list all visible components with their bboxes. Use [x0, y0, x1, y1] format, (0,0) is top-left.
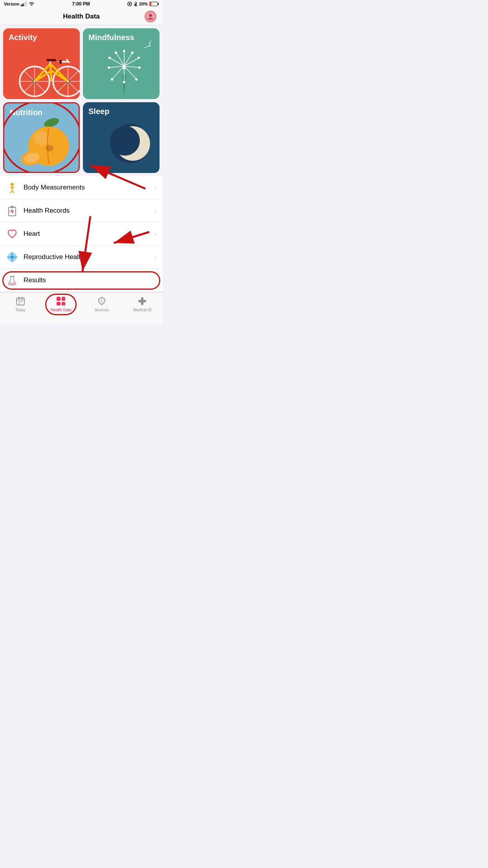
svg-rect-99: [138, 300, 146, 302]
svg-point-54: [149, 45, 150, 46]
grid-cell-3: [57, 302, 61, 306]
results-label: Results: [24, 276, 154, 284]
peach-illustration: [18, 117, 77, 168]
svg-point-52: [131, 51, 134, 54]
flask-icon: [7, 275, 18, 286]
tab-today[interactable]: Today: [0, 296, 41, 312]
mindfulness-card[interactable]: Mindfulness: [83, 28, 160, 99]
svg-rect-90: [17, 298, 24, 305]
svg-rect-3: [26, 2, 27, 6]
svg-point-5: [129, 3, 130, 5]
sources-icon: [97, 296, 107, 306]
tab-bar: Today Health Data: [0, 292, 163, 325]
today-tab-icon: [15, 296, 26, 307]
heart-icon: [7, 228, 18, 239]
heart-chevron: ›: [154, 231, 156, 237]
body-measurements-label: Body Measurements: [24, 184, 154, 191]
health-records-item[interactable]: Health Records ›: [0, 199, 163, 223]
reproductive-health-chevron: ›: [154, 254, 156, 260]
activity-card-label: Activity: [9, 33, 37, 42]
svg-rect-94: [18, 301, 20, 302]
moon-illustration: [108, 122, 152, 165]
status-bar: Verizon 7:00 PM: [0, 0, 163, 8]
reproductive-health-item[interactable]: Reproductive Health ›: [0, 246, 163, 269]
svg-point-83: [11, 256, 14, 259]
status-right: 20%: [127, 2, 159, 6]
results-icon-container: [6, 274, 18, 286]
svg-line-53: [144, 46, 150, 48]
sleep-card[interactable]: Sleep · · · · · · ·: [83, 102, 160, 173]
tab-medical-id[interactable]: Medical ID: [122, 296, 163, 312]
tab-health-data[interactable]: Health Data: [41, 296, 82, 312]
reproductive-health-label: Reproductive Health: [24, 253, 154, 261]
svg-point-49: [108, 66, 110, 69]
health-list-section: Body Measurements › Health Records ›: [0, 176, 163, 292]
nutrition-card[interactable]: Nutrition: [3, 102, 80, 173]
svg-rect-30: [46, 59, 56, 61]
svg-rect-7: [158, 3, 159, 5]
svg-point-63: [46, 145, 53, 151]
health-categories-grid: Activity: [0, 25, 163, 176]
activity-card[interactable]: Activity: [3, 28, 80, 99]
svg-point-51: [115, 51, 117, 54]
location-icon: [127, 2, 132, 6]
heart-label: Heart: [24, 230, 154, 238]
svg-point-47: [123, 81, 125, 83]
health-data-tab-icon: [55, 296, 66, 307]
svg-rect-2: [24, 2, 25, 6]
results-item[interactable]: Results ›: [0, 269, 163, 292]
sources-tab-label: Sources: [94, 308, 109, 312]
svg-rect-28: [59, 60, 62, 64]
medical-id-tab-label: Medical ID: [133, 308, 152, 312]
mindfulness-card-label: Mindfulness: [88, 33, 134, 42]
svg-rect-1: [22, 4, 24, 6]
heart-item[interactable]: Heart ›: [0, 223, 163, 246]
grid-cell-4: [62, 302, 66, 306]
wifi-icon: [29, 2, 35, 6]
signal-icon: [21, 2, 27, 6]
sleep-card-label: Sleep: [88, 107, 109, 116]
body-measurements-item[interactable]: Body Measurements ›: [0, 176, 163, 199]
today-tab-label: Today: [15, 308, 26, 312]
body-measurements-icon: [6, 182, 18, 193]
grid-cell-1: [57, 297, 61, 301]
results-wrapper: Results ›: [0, 269, 163, 292]
svg-line-71: [12, 191, 14, 193]
grid-icon: [57, 297, 65, 305]
status-left: Verizon: [4, 2, 35, 6]
svg-point-85: [11, 283, 12, 284]
flower-icon: [7, 252, 18, 263]
svg-line-39: [109, 66, 124, 68]
svg-point-45: [138, 66, 141, 69]
bluetooth-icon: [134, 2, 138, 6]
svg-point-50: [108, 57, 111, 59]
heart-icon-container: [6, 228, 18, 240]
bicycle-illustration: [17, 44, 80, 99]
svg-point-9: [149, 14, 152, 17]
calendar-icon: [15, 296, 26, 306]
svg-point-48: [111, 78, 113, 81]
health-data-tab-label: Health Data: [51, 308, 72, 312]
tab-sources[interactable]: Sources: [81, 296, 122, 312]
svg-point-66: [110, 126, 140, 156]
clipboard-icon: [7, 205, 18, 216]
results-chevron: ›: [154, 277, 156, 283]
nav-title: Health Data: [63, 13, 100, 20]
health-records-chevron: ›: [154, 208, 156, 214]
medical-cross-icon: [137, 296, 147, 306]
battery-icon: [149, 2, 159, 6]
svg-point-43: [123, 50, 125, 52]
person-icon: [147, 13, 154, 20]
medical-id-tab-icon: [137, 296, 148, 307]
svg-rect-73: [11, 206, 14, 208]
svg-point-44: [138, 57, 140, 59]
nutrition-card-label: Nutrition: [10, 108, 42, 117]
svg-line-35: [124, 66, 139, 68]
body-measurements-chevron: ›: [154, 184, 156, 191]
health-records-icon: [6, 205, 18, 217]
dandelion-illustration: [93, 36, 156, 99]
svg-point-46: [135, 78, 138, 81]
profile-avatar-button[interactable]: [145, 11, 156, 22]
svg-point-67: [11, 183, 14, 186]
nav-bar: Health Data: [0, 8, 163, 25]
